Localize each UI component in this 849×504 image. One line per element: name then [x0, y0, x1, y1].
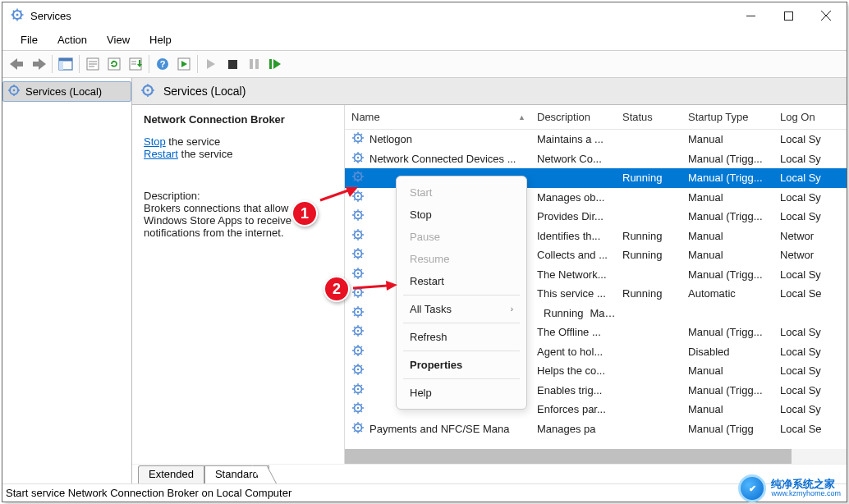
ctx-properties[interactable]: Properties — [397, 354, 526, 376]
service-startup: Manual — [681, 191, 773, 204]
svg-point-125 — [357, 273, 359, 274]
svg-line-142 — [354, 296, 355, 296]
help-button[interactable]: ? — [153, 54, 172, 74]
service-logon: Local Sy — [773, 210, 823, 222]
service-startup: Manual (Trigg... — [681, 268, 773, 281]
menu-view[interactable]: View — [99, 32, 138, 48]
gear-icon — [351, 131, 365, 147]
svg-line-151 — [361, 314, 362, 315]
gear-icon — [351, 170, 365, 186]
ctx-help[interactable]: Help — [397, 382, 526, 404]
service-row[interactable]: Payments and NFC/SE ManaManages paManual… — [345, 419, 847, 439]
svg-line-111 — [361, 237, 362, 238]
service-startup: Manual (Trigg... — [681, 153, 773, 165]
annotation-arrow-2 — [351, 279, 397, 294]
export-button[interactable] — [126, 54, 145, 74]
tree-item-services-local[interactable]: Services (Local) — [2, 81, 131, 102]
services-icon — [11, 8, 24, 24]
service-startup: Disabled — [681, 346, 773, 358]
col-name[interactable]: Name▲ — [345, 111, 530, 123]
service-logon: Local Sy — [773, 364, 823, 377]
start-service-button[interactable] — [174, 54, 194, 74]
service-desc: RunningManualLocal Sy — [530, 307, 616, 319]
horizontal-scrollbar[interactable] — [345, 449, 847, 464]
sort-indicator-icon: ▲ — [518, 113, 525, 121]
statusbar-text: Start service Network Connection Broker … — [6, 487, 291, 499]
forward-button[interactable] — [29, 54, 48, 74]
pause-button[interactable] — [244, 54, 264, 74]
service-logon: Local Sy — [773, 153, 823, 165]
svg-line-162 — [354, 334, 355, 335]
svg-line-102 — [354, 218, 355, 219]
svg-line-182 — [354, 373, 355, 373]
svg-line-112 — [354, 237, 355, 238]
annotation-arrow-1 — [319, 187, 358, 204]
tab-extended[interactable]: Extended — [138, 465, 204, 483]
show-hide-button[interactable] — [56, 54, 76, 74]
close-button[interactable] — [807, 2, 845, 29]
gear-icon — [351, 324, 365, 340]
svg-line-82 — [354, 180, 355, 181]
menu-file[interactable]: File — [12, 32, 46, 48]
svg-line-7 — [21, 17, 22, 19]
svg-line-6 — [13, 10, 15, 11]
col-logon[interactable]: Log On — [773, 111, 823, 123]
window-title: Services — [4, 8, 71, 24]
ctx-stop[interactable]: Stop — [397, 204, 526, 226]
svg-point-49 — [147, 89, 149, 91]
watermark-text: 纯净系统之家 www.kzmyhome.com — [771, 479, 841, 497]
svg-line-122 — [354, 257, 355, 258]
svg-rect-20 — [59, 62, 63, 71]
maximize-button[interactable] — [769, 2, 807, 29]
col-startup[interactable]: Startup Type — [681, 111, 773, 123]
stop-link[interactable]: Stop — [144, 135, 166, 148]
svg-line-93 — [361, 192, 362, 193]
ctx-all-tasks[interactable]: All Tasks› — [397, 298, 526, 320]
col-description[interactable]: Description — [530, 111, 616, 123]
stop-button[interactable] — [223, 54, 242, 74]
svg-line-200 — [354, 404, 355, 405]
service-desc: Enables trig... — [530, 384, 616, 396]
svg-line-141 — [361, 296, 362, 296]
svg-line-130 — [354, 269, 355, 270]
back-button[interactable] — [7, 54, 27, 74]
ctx-restart[interactable]: Restart — [397, 270, 526, 292]
ctx-refresh[interactable]: Refresh — [397, 326, 526, 348]
menu-action[interactable]: Action — [49, 32, 95, 48]
service-status: Running — [537, 307, 583, 319]
menu-help[interactable]: Help — [141, 32, 180, 48]
toolbar-separator — [197, 55, 198, 73]
service-row[interactable]: Network Connected Devices ...Network Co.… — [345, 149, 847, 169]
svg-marker-14 — [10, 58, 17, 70]
toolbar-separator — [149, 55, 149, 73]
stop-suffix: the service — [166, 135, 220, 148]
watermark: ✔ 纯净系统之家 www.kzmyhome.com — [738, 474, 841, 502]
svg-line-183 — [361, 365, 362, 366]
chevron-right-icon: › — [511, 305, 513, 314]
service-row[interactable]: NetlogonMaintains a ...ManualLocal Sy — [345, 130, 847, 149]
tree-panel: Services (Local) — [2, 78, 132, 483]
refresh-button[interactable] — [104, 54, 124, 74]
svg-line-203 — [361, 404, 362, 405]
svg-line-120 — [354, 250, 355, 250]
svg-line-113 — [361, 231, 362, 231]
play-button[interactable] — [201, 54, 221, 74]
svg-line-173 — [361, 346, 362, 347]
service-logon: Networ — [773, 249, 823, 261]
svg-marker-16 — [39, 58, 46, 70]
svg-point-75 — [357, 176, 359, 177]
panel-header-title: Services (Local) — [163, 85, 246, 98]
col-status[interactable]: Status — [616, 111, 681, 123]
minimize-button[interactable] — [732, 2, 769, 29]
svg-line-180 — [354, 365, 355, 366]
service-startup: Manual (Trigg... — [681, 326, 773, 338]
toolbar: ? — [2, 50, 847, 78]
restart-button[interactable] — [265, 54, 285, 74]
restart-suffix: the service — [178, 148, 232, 160]
properties-button[interactable] — [83, 54, 103, 74]
svg-line-190 — [354, 385, 355, 386]
restart-link[interactable]: Restart — [144, 148, 178, 160]
service-desc: Helps the co... — [530, 364, 616, 377]
svg-rect-31 — [139, 60, 140, 64]
scrollbar-thumb[interactable] — [345, 449, 792, 464]
